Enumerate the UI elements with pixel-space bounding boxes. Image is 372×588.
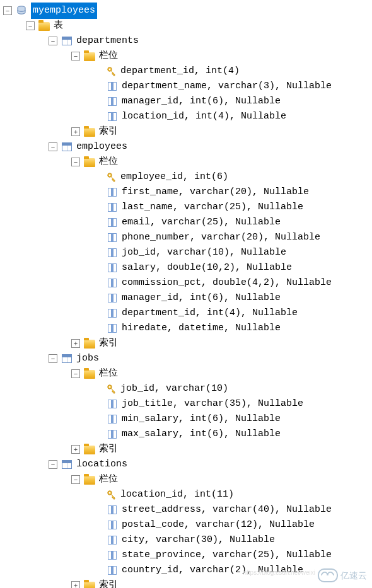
column-label: employee_id, int(6) xyxy=(120,170,228,185)
column-icon xyxy=(107,111,118,122)
columns-folder-label: 栏位 xyxy=(99,49,118,64)
yisu-watermark: 亿速云 xyxy=(318,568,367,583)
table-label: employees xyxy=(76,139,127,154)
table-node[interactable]: −employees xyxy=(3,139,369,154)
table-icon xyxy=(61,459,73,470)
table-label: departments xyxy=(76,33,139,49)
table-node[interactable]: −departments xyxy=(3,33,369,49)
watermark-text: 亿速云 xyxy=(340,568,367,583)
column-icon xyxy=(107,232,118,243)
expand-icon[interactable]: + xyxy=(71,581,80,588)
column-node[interactable]: min_salary, int(6), Nullable xyxy=(3,412,369,427)
column-icon xyxy=(107,519,118,531)
db-node[interactable]: −myemployees xyxy=(3,3,369,18)
column-node[interactable]: location_id, int(4), Nullable xyxy=(3,109,369,124)
column-node[interactable]: city, varchar(30), Nullable xyxy=(3,533,369,548)
column-label: last_name, varchar(25), Nullable xyxy=(122,200,303,215)
columns-folder[interactable]: −栏位 xyxy=(3,366,369,381)
column-node[interactable]: email, varchar(25), Nullable xyxy=(3,215,369,230)
columns-folder-label: 栏位 xyxy=(99,154,118,170)
expand-icon[interactable]: + xyxy=(71,127,80,136)
table-icon xyxy=(61,35,73,47)
indexes-folder[interactable]: +索引 xyxy=(3,124,369,139)
key-icon xyxy=(107,384,117,394)
column-label: department_id, int(4), Nullable xyxy=(122,306,298,321)
folder-icon xyxy=(38,20,50,32)
column-icon xyxy=(107,550,118,561)
column-icon xyxy=(107,96,118,107)
column-node[interactable]: location_id, int(11) xyxy=(3,487,369,502)
column-icon xyxy=(107,398,118,410)
column-node[interactable]: last_name, varchar(25), Nullable xyxy=(3,200,369,215)
column-icon xyxy=(107,413,118,425)
column-label: department_name, varchar(3), Nullable xyxy=(122,79,332,94)
columns-folder-label: 栏位 xyxy=(99,472,118,487)
column-node[interactable]: state_province, varchar(25), Nullable xyxy=(3,548,369,563)
collapse-icon[interactable]: − xyxy=(26,21,35,30)
column-node[interactable]: hiredate, datetime, Nullable xyxy=(3,321,369,336)
column-icon xyxy=(107,247,118,258)
folder-icon xyxy=(84,156,95,168)
column-node[interactable]: first_name, varchar(20), Nullable xyxy=(3,185,369,200)
folder-icon xyxy=(84,580,95,588)
column-node[interactable]: street_address, varchar(40), Nullable xyxy=(3,502,369,517)
collapse-icon[interactable]: − xyxy=(3,6,12,15)
column-label: first_name, varchar(20), Nullable xyxy=(122,185,309,200)
column-label: salary, double(10,2), Nullable xyxy=(122,260,292,275)
column-node[interactable]: manager_id, int(6), Nullable xyxy=(3,94,369,109)
column-icon xyxy=(107,534,118,546)
expand-icon[interactable]: + xyxy=(71,339,80,348)
folder-icon xyxy=(84,474,95,485)
column-node[interactable]: job_id, varchar(10) xyxy=(3,381,369,396)
table-label: jobs xyxy=(76,351,99,366)
collapse-icon[interactable]: − xyxy=(71,52,80,61)
table-icon xyxy=(61,353,73,364)
column-label: job_id, varchar(10) xyxy=(120,381,228,396)
folder-icon xyxy=(84,338,95,349)
column-node[interactable]: commission_pct, double(4,2), Nullable xyxy=(3,275,369,291)
collapse-icon[interactable]: − xyxy=(71,158,80,166)
column-label: manager_id, int(6), Nullable xyxy=(122,94,281,109)
columns-folder[interactable]: −栏位 xyxy=(3,49,369,64)
column-node[interactable]: phone_number, varchar(20), Nullable xyxy=(3,230,369,245)
key-icon xyxy=(107,172,117,182)
cloud-icon xyxy=(318,568,338,582)
expand-icon[interactable]: + xyxy=(71,445,80,454)
tables-folder[interactable]: −表 xyxy=(3,18,369,33)
column-node[interactable]: job_id, varchar(10), Nullable xyxy=(3,245,369,260)
column-node[interactable]: manager_id, int(6), Nullable xyxy=(3,291,369,306)
columns-folder[interactable]: −栏位 xyxy=(3,472,369,487)
indexes-folder[interactable]: +索引 xyxy=(3,336,369,351)
table-label: locations xyxy=(76,457,127,472)
column-node[interactable]: employee_id, int(6) xyxy=(3,170,369,185)
table-node[interactable]: −locations xyxy=(3,457,369,472)
indexes-folder-label: 索引 xyxy=(99,442,118,457)
column-node[interactable]: postal_code, varchar(12), Nullable xyxy=(3,517,369,533)
collapse-icon[interactable]: − xyxy=(49,37,57,45)
column-node[interactable]: salary, double(10,2), Nullable xyxy=(3,260,369,275)
indexes-folder-label: 索引 xyxy=(99,124,118,139)
column-label: manager_id, int(6), Nullable xyxy=(122,291,281,306)
collapse-icon[interactable]: − xyxy=(71,475,80,484)
columns-folder[interactable]: −栏位 xyxy=(3,154,369,170)
column-label: street_address, varchar(40), Nullable xyxy=(122,502,332,517)
column-node[interactable]: department_id, int(4), Nullable xyxy=(3,306,369,321)
column-label: department_id, int(4) xyxy=(120,64,240,79)
column-icon xyxy=(107,504,118,516)
column-icon xyxy=(107,202,118,213)
indexes-folder[interactable]: +索引 xyxy=(3,442,369,457)
column-node[interactable]: job_title, varchar(35), Nullable xyxy=(3,396,369,412)
svg-point-6 xyxy=(109,386,110,388)
column-node[interactable]: department_id, int(4) xyxy=(3,64,369,79)
table-node[interactable]: −jobs xyxy=(3,351,369,366)
column-node[interactable]: department_name, varchar(3), Nullable xyxy=(3,79,369,94)
column-icon xyxy=(107,81,118,92)
collapse-icon[interactable]: − xyxy=(71,369,80,378)
collapse-icon[interactable]: − xyxy=(49,460,57,469)
column-icon xyxy=(107,292,118,304)
folder-icon xyxy=(84,126,95,137)
table-icon xyxy=(61,141,73,153)
column-node[interactable]: max_salary, int(6), Nullable xyxy=(3,427,369,442)
collapse-icon[interactable]: − xyxy=(49,142,57,151)
collapse-icon[interactable]: − xyxy=(49,354,57,363)
